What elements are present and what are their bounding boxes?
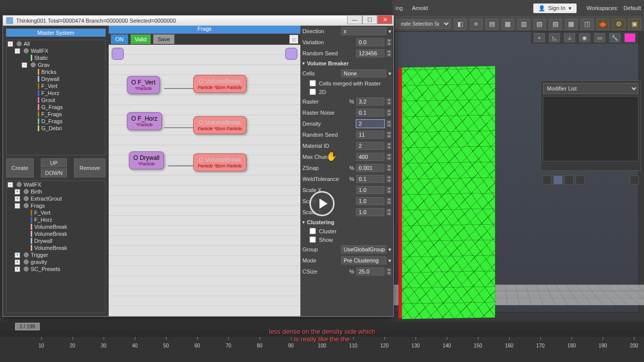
- tree-item[interactable]: F_Vert: [7, 82, 105, 89]
- layer-explorer-icon[interactable]: ▤: [486, 19, 499, 30]
- minimize-button[interactable]: —: [347, 15, 362, 24]
- tree-item[interactable]: -Frags: [7, 202, 105, 209]
- hierarchy-icon[interactable]: ⫝: [564, 33, 575, 42]
- variation-input[interactable]: 0.0: [356, 38, 384, 46]
- workspace-value[interactable]: Default: [623, 5, 641, 11]
- tree-expander[interactable]: +: [15, 196, 20, 202]
- spinner[interactable]: ▴▾: [386, 187, 391, 194]
- signin-dropdown[interactable]: 👤 Sign In ▾: [533, 4, 577, 13]
- close-button[interactable]: ✕: [377, 15, 392, 24]
- spinner[interactable]: ▴▾: [386, 209, 391, 216]
- scalex-input[interactable]: 1.0: [356, 186, 384, 194]
- modifier-list-dropdown[interactable]: Modifier List: [543, 83, 638, 94]
- zsnap-input[interactable]: 0.001: [356, 164, 384, 172]
- rseed1-input[interactable]: 123456: [356, 49, 384, 57]
- graph-node[interactable]: O F_Horz*Particle: [127, 112, 162, 130]
- spinner[interactable]: ▴▾: [386, 175, 391, 183]
- group-tree[interactable]: -All-WallFXStatic-GravBricksDrywallF_Ver…: [6, 40, 106, 155]
- tree-item[interactable]: Drywall: [7, 75, 105, 82]
- time-slider-thumb[interactable]: 1 / 199: [15, 323, 40, 330]
- window-titlebar[interactable]: Thinking001 Total=0000474 Branch=0000000…: [3, 16, 393, 26]
- direction-select[interactable]: x: [341, 27, 386, 35]
- scene-explorer-icon[interactable]: ◧: [454, 19, 467, 30]
- selection-set-dropdown[interactable]: eate Selection Se: [395, 19, 451, 29]
- tree-item[interactable]: Grout: [7, 97, 105, 104]
- tree-item[interactable]: +ExtractGrout: [7, 195, 105, 202]
- down-button[interactable]: DOWN: [41, 168, 67, 177]
- remove-modifier-icon[interactable]: [576, 175, 585, 185]
- rnoise-input[interactable]: 0.1: [356, 109, 384, 117]
- spinner[interactable]: ▴▾: [386, 98, 391, 105]
- make-unique-icon[interactable]: [565, 175, 574, 185]
- tree-item[interactable]: D_Frags: [7, 118, 105, 125]
- tree-item[interactable]: G_Frags: [7, 104, 105, 111]
- spinner[interactable]: ▴▾: [386, 120, 391, 127]
- on-toggle[interactable]: ON: [111, 34, 128, 44]
- tree-item[interactable]: +Trigger: [7, 251, 105, 258]
- tree-item[interactable]: -WallFX: [7, 47, 105, 54]
- cluster-checkbox[interactable]: [309, 228, 316, 234]
- render-teapot-icon[interactable]: 🫖: [597, 19, 610, 30]
- spinner[interactable]: ▴▾: [386, 131, 391, 138]
- display-icon[interactable]: ▭: [594, 33, 605, 42]
- 2d-checkbox[interactable]: [309, 88, 316, 95]
- modify-icon[interactable]: ◺: [549, 33, 560, 42]
- toggle-6-icon[interactable]: ◫: [581, 19, 594, 30]
- input-port[interactable]: [112, 48, 124, 60]
- remove-button[interactable]: Remove: [74, 158, 106, 177]
- rseed2-input[interactable]: 11: [356, 131, 384, 139]
- frags-header[interactable]: Frags: [109, 26, 300, 34]
- node-graph-canvas[interactable]: O F_Vert*ParticleO VolumeBreakParticle *…: [109, 45, 300, 316]
- density-input[interactable]: 2: [356, 120, 384, 128]
- tree-item[interactable]: +gravity: [7, 258, 105, 265]
- weldtol-input[interactable]: 0.1: [356, 175, 384, 183]
- toggle-3-icon[interactable]: ▧: [533, 19, 546, 30]
- tree-item[interactable]: F_Frags: [7, 111, 105, 118]
- dynset-tree[interactable]: -WallFX+Birth+ExtractGrout-FragsF_VertF_…: [6, 180, 106, 313]
- spinner[interactable]: ▴▾: [386, 39, 391, 46]
- tree-expander[interactable]: +: [15, 252, 20, 258]
- tree-item[interactable]: -WallFX: [7, 181, 105, 188]
- toggle-4-icon[interactable]: ▨: [549, 19, 562, 30]
- render-setup-icon[interactable]: ⚙: [612, 19, 625, 30]
- pin-stack-icon[interactable]: [542, 175, 551, 185]
- layer-list-icon[interactable]: ≡: [470, 19, 483, 30]
- show-end-result-icon[interactable]: [553, 175, 562, 185]
- group-select[interactable]: UseGlobalGroup: [341, 245, 386, 253]
- spinner[interactable]: ▴▾: [386, 142, 391, 149]
- utilities-icon[interactable]: 🔧: [609, 33, 620, 42]
- menu-arnold[interactable]: Arnold: [408, 3, 432, 13]
- configure-icon[interactable]: [630, 175, 639, 185]
- tree-item[interactable]: Bricks: [7, 68, 105, 75]
- tree-item[interactable]: VolumeBreak: [7, 230, 105, 237]
- tree-expander[interactable]: -: [15, 203, 20, 209]
- merged-checkbox[interactable]: [309, 80, 316, 86]
- scaley-input[interactable]: 1.0: [356, 197, 384, 205]
- tree-item[interactable]: G_Debri: [7, 125, 105, 132]
- volume-breaker-section[interactable]: ▾Volume Breaker: [302, 59, 391, 68]
- spinner[interactable]: ▴▾: [386, 109, 391, 116]
- tree-expander[interactable]: +: [15, 189, 20, 195]
- spinner[interactable]: ▴▾: [386, 50, 391, 57]
- create-icon[interactable]: +: [534, 33, 545, 42]
- maximize-button[interactable]: ☐: [362, 15, 377, 24]
- tree-expander[interactable]: -: [8, 182, 13, 188]
- tree-expander[interactable]: +: [15, 259, 20, 265]
- output-port[interactable]: [285, 48, 297, 60]
- csize-input[interactable]: 25.0: [356, 267, 384, 276]
- spinner[interactable]: ▴▾: [386, 198, 391, 205]
- render-frame-icon[interactable]: ▣: [628, 19, 641, 30]
- toggle-1-icon[interactable]: ▦: [502, 19, 515, 30]
- play-button-overlay[interactable]: [309, 191, 335, 216]
- up-button[interactable]: UP: [41, 158, 67, 167]
- spinner[interactable]: ▴▾: [386, 153, 391, 160]
- viewport-3d[interactable]: + ◺ ⫝ ◉ ▭ 🔧: [394, 31, 639, 313]
- maxch-input[interactable]: 400: [356, 153, 384, 161]
- master-system-header[interactable]: Master System: [6, 29, 106, 37]
- toggle-2-icon[interactable]: ▥: [517, 19, 530, 30]
- create-button[interactable]: Create: [6, 158, 34, 177]
- tree-item[interactable]: VolumeBreak: [7, 223, 105, 230]
- tree-item[interactable]: -All: [7, 40, 105, 47]
- graph-node[interactable]: O F_Vert*Particle: [127, 76, 160, 94]
- modifier-stack[interactable]: [543, 96, 638, 161]
